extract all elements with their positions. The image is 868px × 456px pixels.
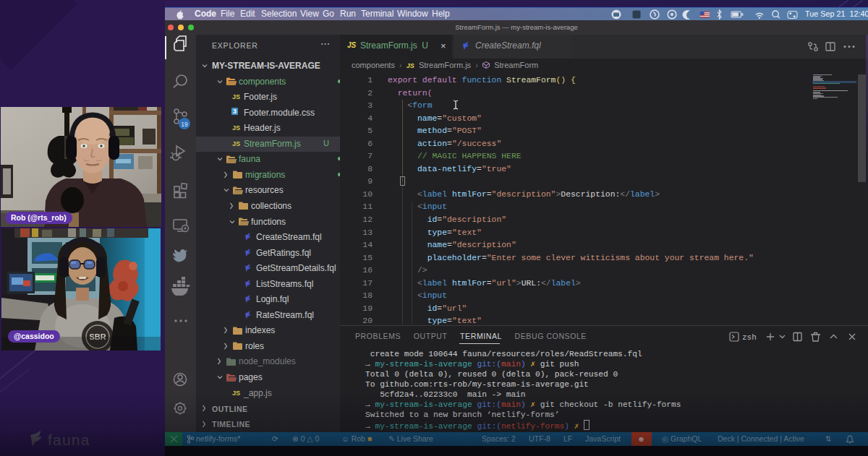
svg-text:fauna: fauna [48,431,90,448]
svg-text:19: 19 [181,121,188,128]
svg-text:zsh: zsh [742,333,757,342]
